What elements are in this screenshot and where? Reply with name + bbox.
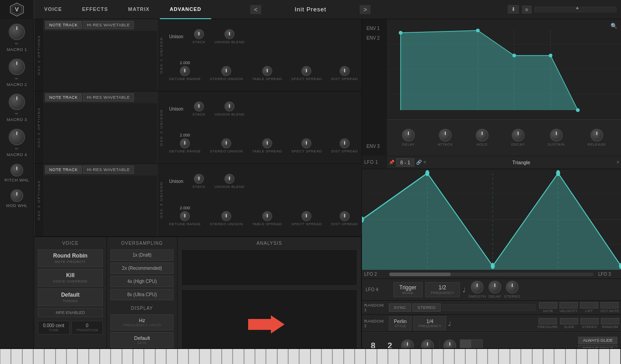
random2-frequency[interactable]: 1/4 FREQUENCY bbox=[413, 316, 446, 330]
macro1-edit-icon[interactable]: ✏ bbox=[15, 41, 19, 46]
osc2-spect-knob[interactable] bbox=[301, 138, 311, 148]
piano-white-key[interactable] bbox=[244, 349, 255, 364]
mpe-enabled[interactable]: MPE ENABLED bbox=[38, 308, 103, 317]
random2-stereo-bar[interactable] bbox=[580, 318, 599, 324]
piano-white-key[interactable] bbox=[89, 349, 100, 364]
osc3-dist-knob[interactable] bbox=[340, 211, 350, 221]
osc1-hires-btn[interactable]: HI-RES WAVETABLE bbox=[83, 21, 134, 29]
piano-white-key[interactable] bbox=[288, 349, 299, 364]
piano-white-key[interactable] bbox=[233, 349, 244, 364]
piano-white-key[interactable] bbox=[255, 349, 266, 364]
random2-random-bar[interactable] bbox=[601, 318, 619, 324]
osc2-detune-knob[interactable] bbox=[180, 138, 190, 148]
next-preset-button[interactable]: > bbox=[360, 5, 371, 14]
osc1-spect-knob[interactable] bbox=[301, 66, 311, 76]
osc1-stack-knob[interactable] bbox=[194, 29, 204, 39]
piano-white-key[interactable] bbox=[188, 349, 199, 364]
piano-white-key[interactable] bbox=[543, 349, 554, 364]
lfo-scroll-bar[interactable] bbox=[389, 273, 594, 276]
piano-white-key[interactable] bbox=[144, 349, 155, 364]
save-button[interactable]: ⬇ bbox=[508, 5, 519, 14]
piano-white-key[interactable] bbox=[332, 349, 343, 364]
oversample-2x[interactable]: 2x (Recommended) bbox=[111, 263, 173, 274]
piano-white-key[interactable] bbox=[410, 349, 421, 364]
lfo1-arrow-left[interactable]: < bbox=[423, 160, 426, 165]
piano-white-key[interactable] bbox=[521, 349, 532, 364]
search-icon[interactable]: 🔍 bbox=[611, 23, 617, 29]
piano-white-key[interactable] bbox=[310, 349, 321, 364]
osc1-unison-blend-knob[interactable] bbox=[224, 29, 234, 39]
menu-button[interactable]: ≡ bbox=[522, 5, 532, 14]
osc3-hires-btn[interactable]: HI-RES WAVETABLE bbox=[83, 166, 134, 174]
piano-white-key[interactable] bbox=[77, 349, 88, 364]
piano-white-key[interactable] bbox=[610, 349, 621, 364]
piano-white-key[interactable] bbox=[299, 349, 310, 364]
osc2-stack-knob[interactable] bbox=[194, 101, 204, 111]
piano-white-key[interactable] bbox=[399, 349, 410, 364]
piano-white-key[interactable] bbox=[277, 349, 288, 364]
piano-white-key[interactable] bbox=[377, 349, 388, 364]
macro2-knob[interactable] bbox=[9, 59, 25, 75]
piano-white-key[interactable] bbox=[565, 349, 576, 364]
piano-white-key[interactable] bbox=[576, 349, 587, 364]
macro4-edit-icon[interactable]: ✏ bbox=[15, 147, 19, 151]
piano-white-key[interactable] bbox=[388, 349, 399, 364]
random2-note-icon[interactable]: ♩ bbox=[448, 320, 451, 327]
osc3-detune-knob[interactable] bbox=[180, 211, 190, 221]
env-hold-knob[interactable] bbox=[476, 129, 489, 142]
piano-white-key[interactable] bbox=[66, 349, 77, 364]
osc1-detune-knob[interactable] bbox=[180, 66, 190, 76]
oversample-1x[interactable]: 1x (Draft) bbox=[111, 249, 173, 261]
lfo4-stereo-knob[interactable] bbox=[506, 281, 519, 293]
random2-slide-bar[interactable] bbox=[560, 318, 578, 324]
lfo4-delay-knob[interactable] bbox=[489, 281, 501, 293]
piano-white-key[interactable] bbox=[554, 349, 565, 364]
osc3-unison-blend-knob[interactable] bbox=[224, 174, 234, 184]
random1-lift-bar[interactable] bbox=[580, 302, 598, 308]
osc1-note-track-btn[interactable]: NOTE TRACK bbox=[45, 21, 82, 29]
always-glide-option[interactable]: ALWAYS GLIDE bbox=[578, 337, 617, 344]
osc1-stereo-knob[interactable] bbox=[221, 66, 231, 76]
random1-octnote-bar[interactable] bbox=[601, 302, 619, 308]
piano-white-key[interactable] bbox=[22, 349, 33, 364]
piano-white-key[interactable] bbox=[122, 349, 133, 364]
env-attack-knob[interactable] bbox=[439, 129, 452, 142]
osc1-table-knob[interactable] bbox=[262, 66, 272, 76]
piano-white-key[interactable] bbox=[0, 349, 11, 364]
nav-tab-matrix[interactable]: MATRIX bbox=[118, 0, 159, 19]
piano-white-key[interactable] bbox=[56, 349, 66, 364]
piano-white-key[interactable] bbox=[366, 349, 377, 364]
osc1-dist-knob[interactable] bbox=[340, 66, 350, 76]
oversample-4x[interactable]: 4x (High CPU) bbox=[111, 276, 173, 287]
lfo1-arrow-right[interactable]: > bbox=[616, 160, 619, 165]
piano-white-key[interactable] bbox=[477, 349, 488, 364]
random1-sync-btn[interactable]: SYNC bbox=[389, 303, 411, 312]
piano-white-key[interactable] bbox=[344, 349, 355, 364]
env-release-knob[interactable] bbox=[590, 129, 603, 142]
osc3-stereo-knob[interactable] bbox=[221, 211, 231, 221]
piano-white-key[interactable] bbox=[465, 349, 476, 364]
osc2-stereo-knob[interactable] bbox=[221, 138, 231, 148]
piano-white-key[interactable] bbox=[587, 349, 598, 364]
piano-white-key[interactable] bbox=[222, 349, 233, 364]
piano-white-key[interactable] bbox=[454, 349, 465, 364]
piano-white-key[interactable] bbox=[155, 349, 166, 364]
display-skin[interactable]: Default SKIN bbox=[111, 332, 173, 348]
macro1-knob[interactable] bbox=[9, 24, 25, 40]
osc2-dist-knob[interactable] bbox=[340, 138, 350, 148]
random2-pressure-bar[interactable] bbox=[539, 318, 557, 324]
piano-white-key[interactable] bbox=[33, 349, 44, 364]
piano-white-key[interactable] bbox=[166, 349, 177, 364]
lfo1-rate-display[interactable]: 8 - 1 bbox=[396, 158, 414, 167]
osc2-unison-blend-knob[interactable] bbox=[224, 101, 234, 111]
lfo1-pin-icon[interactable]: 📌 bbox=[389, 160, 394, 165]
lfo4-smooth-knob[interactable] bbox=[471, 281, 484, 293]
voice-tuning[interactable]: Default TUNING bbox=[38, 288, 103, 306]
nav-tab-advanced[interactable]: ADVANCED bbox=[160, 0, 212, 19]
display-frequency[interactable]: Hz FREQUENCY UNITS bbox=[111, 314, 173, 330]
piano-white-key[interactable] bbox=[488, 349, 499, 364]
piano-white-key[interactable] bbox=[510, 349, 521, 364]
prev-preset-button[interactable]: < bbox=[250, 5, 261, 14]
piano-white-key[interactable] bbox=[266, 349, 277, 364]
piano-white-key[interactable] bbox=[499, 349, 509, 364]
